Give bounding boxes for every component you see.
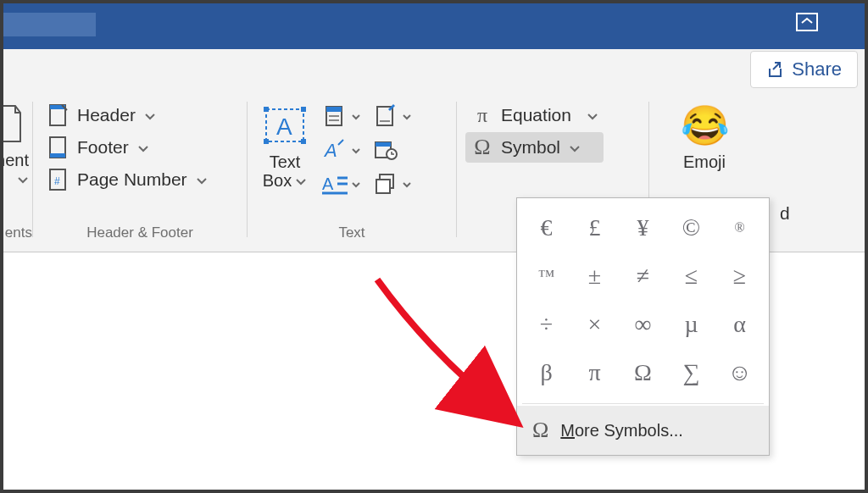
chevron-down-icon xyxy=(144,105,156,125)
symbol-trademark[interactable]: ™ xyxy=(522,252,570,300)
chevron-down-icon xyxy=(351,142,361,158)
share-bar: Share xyxy=(0,49,868,91)
symbol-yen[interactable]: ¥ xyxy=(619,203,667,252)
equation-button[interactable]: π Equation xyxy=(465,100,604,130)
symbol-alpha[interactable]: α xyxy=(715,300,764,348)
svg-rect-14 xyxy=(326,107,342,112)
symbol-pi[interactable]: π xyxy=(570,348,619,396)
signature-line-button[interactable] xyxy=(370,100,415,132)
symbol-micro[interactable]: µ xyxy=(667,300,715,348)
symbol-infinity[interactable]: ∞ xyxy=(619,300,667,348)
fragment-letter-d: d xyxy=(780,203,790,224)
emoji-label: Emoji xyxy=(683,152,726,171)
symbol-copyright[interactable]: © xyxy=(667,203,715,252)
wordart-button[interactable]: A xyxy=(319,134,364,166)
svg-text:A: A xyxy=(322,174,334,193)
chevron-down-icon xyxy=(351,176,361,191)
svg-rect-10 xyxy=(264,139,269,144)
date-time-button[interactable] xyxy=(370,134,415,166)
object-icon xyxy=(373,171,398,197)
share-button[interactable]: Share xyxy=(750,51,858,88)
omega-icon: Ω xyxy=(532,418,548,443)
ribbon-display-options-icon[interactable] xyxy=(795,12,819,37)
window-title-placeholder xyxy=(0,13,96,36)
page-number-icon: # xyxy=(47,168,70,191)
footer-button[interactable]: Footer xyxy=(42,132,213,163)
chevron-down-icon xyxy=(402,176,412,191)
quick-parts-button[interactable] xyxy=(319,100,364,132)
chevron-down-icon xyxy=(196,169,208,190)
symbol-grid: € £ ¥ © ® ™ ± ≠ ≤ ≥ ÷ × ∞ µ α β π Ω ∑ ☺ xyxy=(517,198,769,402)
header-icon xyxy=(47,103,70,127)
share-label: Share xyxy=(792,58,842,80)
chevron-down-icon xyxy=(137,137,149,158)
symbol-label: Symbol xyxy=(501,137,560,158)
drop-cap-icon: A xyxy=(322,171,348,197)
text-box-button[interactable]: A Text Box xyxy=(256,100,314,191)
signature-icon xyxy=(373,103,398,129)
chevron-down-icon xyxy=(569,137,581,158)
fragment-big-button[interactable]: nent xyxy=(0,100,29,188)
footer-label: Footer xyxy=(77,137,129,158)
chevron-down-icon xyxy=(351,108,361,124)
drop-cap-button[interactable]: A xyxy=(319,168,364,200)
symbol-pound[interactable]: £ xyxy=(570,203,619,252)
chevron-down-icon xyxy=(587,105,598,125)
text-box-label2: Box xyxy=(263,171,292,190)
date-time-icon xyxy=(373,137,398,163)
emoji-keyboard-button[interactable]: 😂 Emoji xyxy=(676,100,733,173)
group-fragment-left: nent ents xyxy=(0,91,32,252)
svg-rect-25 xyxy=(376,142,391,147)
symbol-registered[interactable]: ® xyxy=(715,203,764,252)
symbol-less-equal[interactable]: ≤ xyxy=(667,252,715,300)
group-label-fragment: ents xyxy=(0,224,32,252)
symbol-plus-minus[interactable]: ± xyxy=(570,252,619,300)
more-symbols-button[interactable]: Ω More Symbols... xyxy=(517,406,769,455)
chevron-down-icon xyxy=(17,169,29,188)
svg-text:A: A xyxy=(323,140,337,161)
symbol-summation[interactable]: ∑ xyxy=(667,348,715,396)
symbol-omega[interactable]: Ω xyxy=(619,348,667,396)
quick-parts-icon xyxy=(322,103,348,129)
symbol-euro[interactable]: € xyxy=(522,203,570,252)
page-number-label: Page Number xyxy=(77,169,187,190)
group-label-hf: Header & Footer xyxy=(33,224,247,252)
header-label: Header xyxy=(77,105,136,125)
share-icon xyxy=(766,60,785,79)
symbol-divide[interactable]: ÷ xyxy=(522,300,570,348)
dropdown-separator xyxy=(522,403,764,404)
symbol-greater-equal[interactable]: ≥ xyxy=(715,252,764,300)
equation-label: Equation xyxy=(501,105,571,125)
chevron-down-icon xyxy=(295,171,307,190)
svg-text:A: A xyxy=(276,114,292,140)
header-button[interactable]: Header xyxy=(42,100,213,130)
svg-text:#: # xyxy=(54,175,60,187)
svg-rect-9 xyxy=(301,107,306,112)
symbol-multiply[interactable]: × xyxy=(570,300,619,348)
more-symbols-label: More Symbols... xyxy=(560,421,683,440)
svg-rect-28 xyxy=(376,180,390,193)
title-bar xyxy=(0,0,868,49)
document-icon xyxy=(3,100,23,147)
equation-icon: π xyxy=(470,103,494,127)
wordart-icon: A xyxy=(322,137,348,163)
footer-icon xyxy=(47,136,70,159)
svg-rect-11 xyxy=(301,139,306,144)
fragment-label: nent xyxy=(0,151,29,169)
group-text: A Text Box A xyxy=(248,91,456,252)
chevron-down-icon xyxy=(402,108,412,124)
text-box-label1: Text xyxy=(270,152,301,171)
object-button[interactable] xyxy=(370,168,415,200)
page-number-button[interactable]: # Page Number xyxy=(42,164,213,195)
text-box-icon: A xyxy=(261,102,309,149)
symbol-icon: Ω xyxy=(470,136,494,159)
group-label-text: Text xyxy=(248,224,456,252)
symbol-beta[interactable]: β xyxy=(522,348,570,396)
symbol-dropdown: € £ ¥ © ® ™ ± ≠ ≤ ≥ ÷ × ∞ µ α β π Ω ∑ ☺ … xyxy=(516,197,770,456)
emoji-icon: 😂 xyxy=(681,102,728,149)
svg-rect-4 xyxy=(50,153,65,158)
symbol-button[interactable]: Ω Symbol xyxy=(465,132,604,163)
symbol-smiley[interactable]: ☺ xyxy=(715,348,764,396)
svg-rect-0 xyxy=(797,14,817,30)
symbol-not-equal[interactable]: ≠ xyxy=(619,252,667,300)
